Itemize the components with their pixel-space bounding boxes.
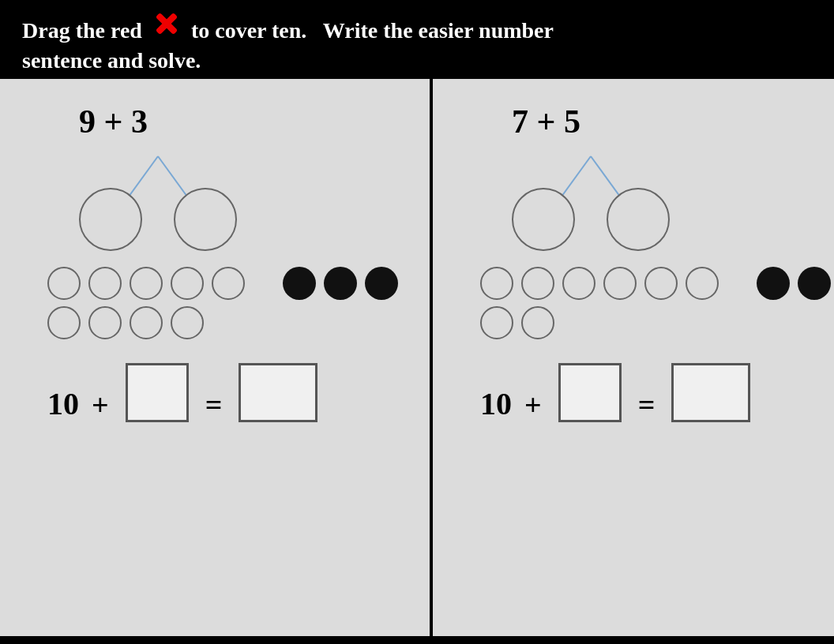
main-content: 9 + 3 <box>0 79 834 636</box>
left-empty-dot-8 <box>130 306 163 339</box>
right-dot-row-2 <box>480 306 834 339</box>
left-equation-area: 10 + = <box>47 363 398 422</box>
left-empty-dot-3 <box>130 267 163 300</box>
header-line1-before: Drag the red <box>22 18 142 43</box>
right-equation-area: 10 + = <box>480 363 834 422</box>
right-bond-circle-right <box>607 188 670 251</box>
right-result-box <box>667 363 754 422</box>
left-result-box <box>235 363 321 422</box>
right-eq-plus: + <box>524 388 542 422</box>
left-result-input[interactable] <box>239 363 317 422</box>
footer <box>0 636 834 644</box>
right-empty-dot-4 <box>603 267 637 300</box>
right-empty-dot-5 <box>644 267 678 300</box>
left-eq-equals: = <box>205 388 223 422</box>
header: Drag the red to cover ten. Write the eas… <box>0 0 834 79</box>
left-filled-dot-1 <box>283 267 316 300</box>
left-input-box <box>122 363 193 422</box>
right-result-input[interactable] <box>671 363 750 422</box>
left-filled-dot-3 <box>365 267 398 300</box>
left-empty-dot-1 <box>47 267 81 300</box>
right-panel: 7 + 5 <box>433 79 834 636</box>
left-empty-dot-7 <box>88 306 122 339</box>
header-text: Drag the red to cover ten. Write the eas… <box>22 9 554 76</box>
left-number-bond <box>63 148 253 251</box>
right-empty-dot-6 <box>686 267 719 300</box>
left-equation-title: 9 + 3 <box>79 103 398 140</box>
header-line1-after: to cover ten. <box>191 18 306 43</box>
right-empty-dot-8 <box>521 306 554 339</box>
header-write-part: Write the easier number <box>323 18 554 43</box>
right-answer-input[interactable] <box>558 363 622 422</box>
right-equation-title: 7 + 5 <box>512 103 834 140</box>
right-bond-circle-left <box>512 188 575 251</box>
header-red-x-icon[interactable] <box>152 9 181 38</box>
left-bond-circle-left <box>79 188 142 251</box>
left-dot-row-2 <box>47 306 398 339</box>
right-eq-equals: = <box>638 388 656 422</box>
header-line2: sentence and solve. <box>22 48 201 73</box>
right-input-box <box>554 363 626 422</box>
right-filled-dot-1 <box>757 267 790 300</box>
right-dot-row-1 <box>480 267 834 300</box>
right-dots-area <box>480 267 834 339</box>
left-dots-area <box>47 267 398 339</box>
right-number-bond <box>496 148 686 251</box>
right-empty-dot-7 <box>480 306 513 339</box>
right-empty-dot-2 <box>521 267 554 300</box>
left-filled-dot-2 <box>324 267 357 300</box>
left-empty-dot-4 <box>171 267 204 300</box>
left-eq-plus: + <box>92 388 109 422</box>
left-bond-circle-right <box>174 188 237 251</box>
left-empty-dot-6 <box>47 306 81 339</box>
left-eq-ten: 10 <box>47 385 79 422</box>
right-empty-dot-1 <box>480 267 513 300</box>
left-empty-dot-5 <box>212 267 245 300</box>
left-empty-dot-9 <box>171 306 204 339</box>
left-empty-dot-2 <box>88 267 122 300</box>
right-filled-dot-2 <box>798 267 831 300</box>
left-dot-row-1 <box>47 267 398 300</box>
left-panel: 9 + 3 <box>0 79 433 636</box>
right-empty-dot-3 <box>562 267 595 300</box>
right-eq-ten: 10 <box>480 385 512 422</box>
left-answer-input[interactable] <box>126 363 189 422</box>
